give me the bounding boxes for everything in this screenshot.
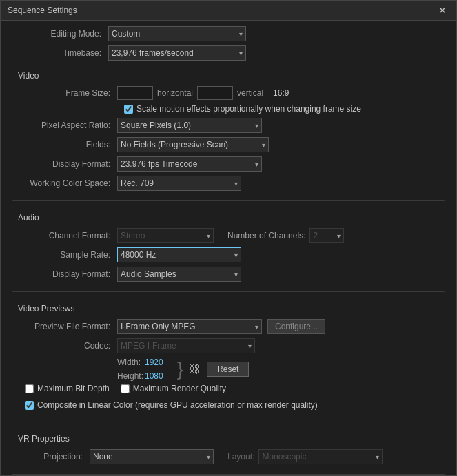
max-bit-depth-checkbox[interactable]	[25, 384, 34, 393]
timebase-label: Timebase:	[12, 48, 108, 58]
close-button[interactable]: ✕	[436, 6, 449, 15]
width-label: Width:	[117, 358, 145, 367]
composite-linear-label[interactable]: Composite in Linear Color (requires GPU …	[25, 400, 318, 410]
width-row: Width: 1920	[117, 358, 163, 367]
vr-projection-label: Projection:	[21, 452, 90, 462]
scale-motion-label[interactable]: Scale motion effects proportionally when…	[124, 104, 361, 114]
frame-size-label: Frame Size:	[21, 88, 117, 98]
frame-size-row: Frame Size: 1920 horizontal 1080 vertica…	[21, 86, 436, 100]
vr-projection-select-wrapper: None	[90, 449, 214, 464]
video-display-format-select[interactable]: 23.976 fps Timecode	[117, 156, 262, 172]
working-color-row: Working Color Space: Rec. 709	[21, 176, 436, 191]
height-label: Height:	[117, 371, 145, 381]
vr-layout-select[interactable]: Monoscopic	[258, 449, 383, 464]
max-render-quality-label[interactable]: Maximum Render Quality	[121, 384, 226, 393]
sequence-settings-dialog: Sequence Settings ✕ Editing Mode: Custom…	[0, 0, 457, 476]
editing-mode-label: Editing Mode:	[12, 29, 108, 39]
width-value: 1920	[145, 358, 163, 367]
width-height-container: Width: 1920 Height: 1080 } ⛓ Reset	[21, 358, 436, 381]
codec-select[interactable]: MPEG I-Frame	[117, 338, 255, 353]
horizontal-text: horizontal	[157, 88, 193, 98]
scale-motion-row: Scale motion effects proportionally when…	[21, 104, 436, 114]
height-row: Height: 1080	[117, 371, 163, 381]
audio-section: Audio Channel Format: Stereo Number of C…	[12, 207, 445, 292]
timebase-select-wrapper: 23,976 frames/second	[108, 45, 246, 61]
channel-format-row: Channel Format: Stereo Number of Channel…	[21, 228, 436, 243]
composite-linear-checkbox[interactable]	[25, 401, 34, 410]
scale-motion-checkbox[interactable]	[124, 105, 133, 114]
vr-projection-row: Projection: None Layout: Monoscopic	[21, 449, 436, 464]
video-display-format-select-wrapper: 23.976 fps Timecode	[117, 156, 262, 172]
preview-file-format-row: Preview File Format: I-Frame Only MPEG C…	[21, 319, 436, 334]
editing-mode-select[interactable]: Custom	[108, 26, 246, 41]
editing-mode-row: Editing Mode: Custom	[12, 26, 445, 41]
max-render-quality-checkbox[interactable]	[121, 384, 130, 393]
audio-display-format-row: Display Format: Audio Samples	[21, 267, 436, 282]
vr-layout-select-wrapper: Monoscopic	[258, 449, 383, 464]
audio-section-title: Audio	[18, 213, 436, 223]
video-display-format-label: Display Format:	[21, 159, 117, 169]
channel-format-select[interactable]: Stereo	[117, 228, 214, 243]
dialog-title: Sequence Settings	[8, 6, 77, 15]
preview-file-select-wrapper: I-Frame Only MPEG	[117, 319, 262, 334]
fields-label: Fields:	[21, 140, 117, 149]
timebase-row: Timebase: 23,976 frames/second	[12, 45, 445, 61]
wh-values: Width: 1920 Height: 1080	[117, 358, 163, 381]
sample-rate-row: Sample Rate: 48000 Hz	[21, 247, 436, 262]
video-section-title: Video	[18, 71, 436, 81]
audio-display-format-select-wrapper: Audio Samples	[117, 267, 241, 282]
bottom-checkboxes: Maximum Bit Depth Maximum Render Quality	[21, 384, 436, 397]
editing-mode-select-wrapper: Custom	[108, 26, 246, 41]
fields-row: Fields: No Fields (Progressive Scan)	[21, 137, 436, 152]
channel-format-label: Channel Format:	[21, 231, 117, 240]
chain-link-icon: ⛓	[189, 363, 200, 375]
link-reset-group: } ⛓ Reset	[177, 360, 250, 379]
codec-label: Codec:	[21, 341, 117, 351]
vertical-text: vertical	[237, 88, 263, 98]
num-channels-label: Number of Channels:	[227, 231, 305, 240]
fields-select-wrapper: No Fields (Progressive Scan)	[117, 137, 269, 152]
frame-height-input[interactable]: 1080	[197, 86, 233, 100]
pixel-aspect-select-wrapper: Square Pixels (1.0)	[117, 118, 262, 133]
working-color-select-wrapper: Rec. 709	[117, 176, 241, 191]
audio-display-format-select[interactable]: Audio Samples	[117, 267, 241, 282]
preview-file-select[interactable]: I-Frame Only MPEG	[117, 319, 262, 334]
working-color-label: Working Color Space:	[21, 178, 117, 188]
vr-layout-label: Layout:	[227, 452, 254, 462]
sample-rate-select[interactable]: 48000 Hz	[117, 247, 241, 262]
codec-row: Codec: MPEG I-Frame	[21, 338, 436, 353]
preview-file-label: Preview File Format:	[21, 322, 117, 331]
vr-section: VR Properties Projection: None Layout: M…	[12, 428, 445, 475]
fields-select[interactable]: No Fields (Progressive Scan)	[117, 137, 269, 152]
timebase-select[interactable]: 23,976 frames/second	[108, 45, 246, 61]
vr-section-title: VR Properties	[18, 434, 436, 444]
composite-linear-row: Composite in Linear Color (requires GPU …	[21, 400, 436, 413]
pixel-aspect-row: Pixel Aspect Ratio: Square Pixels (1.0)	[21, 118, 436, 133]
working-color-select[interactable]: Rec. 709	[117, 176, 241, 191]
video-display-format-row: Display Format: 23.976 fps Timecode	[21, 156, 436, 172]
audio-display-format-label: Display Format:	[21, 269, 117, 279]
num-channels-select-wrapper: 2	[309, 228, 344, 243]
pixel-aspect-select[interactable]: Square Pixels (1.0)	[117, 118, 262, 133]
sample-rate-select-wrapper: 48000 Hz	[117, 247, 241, 262]
reset-button[interactable]: Reset	[207, 362, 249, 377]
channel-format-select-wrapper: Stereo	[117, 228, 214, 243]
dialog-content: Editing Mode: Custom Timebase: 23,976 fr…	[1, 21, 456, 475]
configure-button[interactable]: Configure...	[267, 319, 325, 334]
height-value: 1080	[145, 371, 163, 381]
video-previews-section: Video Previews Preview File Format: I-Fr…	[12, 298, 445, 422]
codec-select-wrapper: MPEG I-Frame	[117, 338, 255, 353]
video-previews-title: Video Previews	[18, 304, 436, 313]
vr-projection-select[interactable]: None	[90, 449, 214, 464]
sample-rate-label: Sample Rate:	[21, 250, 117, 260]
link-bracket-icon: }	[177, 360, 183, 379]
title-bar: Sequence Settings ✕	[1, 1, 456, 21]
frame-width-input[interactable]: 1920	[117, 86, 153, 100]
max-bit-depth-label[interactable]: Maximum Bit Depth	[25, 384, 110, 393]
aspect-ratio-display: 16:9	[273, 88, 289, 98]
pixel-aspect-label: Pixel Aspect Ratio:	[21, 121, 117, 130]
video-section: Video Frame Size: 1920 horizontal 1080 v…	[12, 65, 445, 201]
num-channels-select[interactable]: 2	[309, 228, 344, 243]
